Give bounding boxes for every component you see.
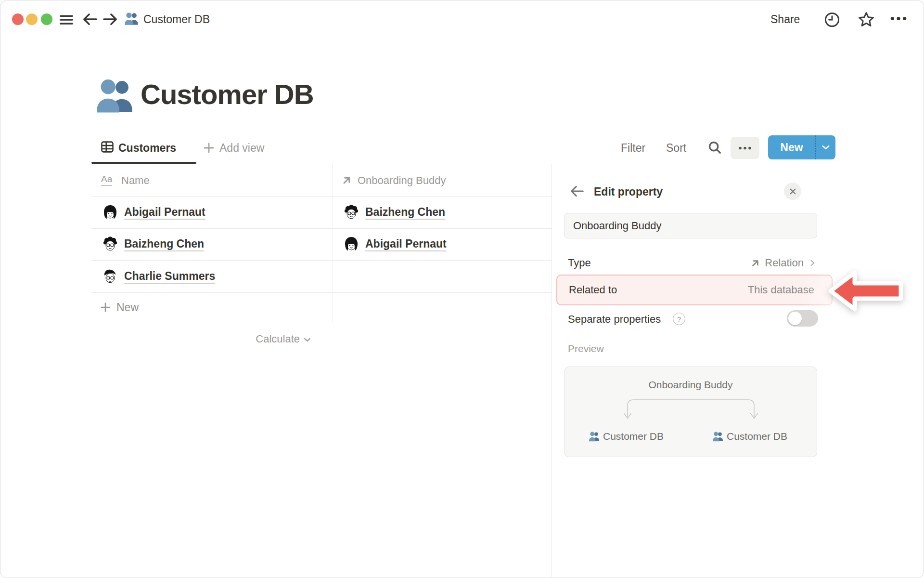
avatar xyxy=(343,204,359,221)
preview-left-database: Customer DB xyxy=(589,430,664,443)
related-to-label: Related to xyxy=(569,283,617,297)
search-icon[interactable] xyxy=(707,140,722,155)
updates-clock-icon[interactable] xyxy=(824,12,840,28)
tab-customers[interactable]: Customers xyxy=(118,140,176,156)
help-icon[interactable]: ? xyxy=(673,313,685,325)
page-icon-people[interactable] xyxy=(95,77,134,114)
table-row[interactable]: Charlie Summers xyxy=(91,261,552,292)
people-icon xyxy=(589,431,600,442)
add-view-plus-icon xyxy=(202,141,216,155)
new-button-label[interactable]: New xyxy=(768,135,815,159)
close-window-button[interactable] xyxy=(12,13,24,25)
name-cell[interactable]: Abigail Pernaut xyxy=(91,197,333,228)
record-link[interactable]: Baizheng Chen xyxy=(365,204,445,220)
people-icon xyxy=(712,431,723,442)
relation-preview: Onboarding Buddy Customer DB Customer DB xyxy=(564,367,817,457)
buddy-cell[interactable]: Abigail Pernaut xyxy=(333,228,552,260)
type-value: Relation xyxy=(765,256,804,270)
plus-icon xyxy=(99,301,112,314)
relation-arrow-icon xyxy=(341,174,353,186)
toggle-knob xyxy=(788,312,802,325)
calculate-label: Calculate xyxy=(256,333,300,345)
record-link[interactable]: Abigail Pernaut xyxy=(365,236,447,251)
name-cell[interactable]: Charlie Summers xyxy=(91,261,333,292)
type-row[interactable]: Type Relation xyxy=(564,252,817,274)
view-options-button[interactable] xyxy=(731,137,759,159)
page-title: Customer DB xyxy=(141,76,314,113)
back-icon[interactable] xyxy=(82,12,98,26)
panel-close-button[interactable] xyxy=(784,183,801,200)
avatar xyxy=(343,236,359,252)
panel-back-icon[interactable] xyxy=(569,184,585,198)
separate-properties-toggle[interactable] xyxy=(787,310,818,327)
new-button-dropdown[interactable] xyxy=(815,135,835,159)
table-row[interactable]: Baizheng Chen Abigail Pernaut xyxy=(91,228,552,260)
forward-icon[interactable] xyxy=(102,12,118,26)
column-header-onboarding-buddy[interactable]: Onboarding Buddy xyxy=(358,173,446,188)
name-cell[interactable]: Baizheng Chen xyxy=(91,228,333,260)
avatar xyxy=(102,268,118,285)
minimize-window-button[interactable] xyxy=(26,13,38,25)
add-view-button[interactable]: Add view xyxy=(219,141,264,155)
filter-button[interactable]: Filter xyxy=(621,141,645,155)
more-options-icon[interactable] xyxy=(889,15,908,22)
record-link[interactable]: Abigail Pernaut xyxy=(124,204,205,220)
preview-section-label: Preview xyxy=(568,342,604,355)
record-link[interactable]: Charlie Summers xyxy=(124,268,215,284)
red-arrow-left-icon xyxy=(828,269,905,313)
related-to-value: This database xyxy=(748,283,814,297)
app-window: Customer DB Share Customer DB Customers … xyxy=(0,0,924,578)
favorite-star-icon[interactable] xyxy=(858,11,875,28)
zoom-window-button[interactable] xyxy=(41,13,52,25)
text-property-aa-icon: Aa xyxy=(101,174,112,186)
record-link[interactable]: Baizheng Chen xyxy=(124,236,204,251)
chevron-down-icon xyxy=(821,142,831,153)
buddy-cell-empty[interactable] xyxy=(333,261,552,292)
table-view-icon xyxy=(100,140,115,154)
relation-bracket-icon xyxy=(565,367,818,458)
share-button[interactable]: Share xyxy=(770,12,800,26)
close-icon xyxy=(789,187,797,196)
panel-title: Edit property xyxy=(594,184,663,199)
breadcrumb-people-icon xyxy=(124,12,139,26)
sidebar-menu-icon[interactable] xyxy=(59,13,74,26)
relation-arrow-icon xyxy=(750,258,761,269)
avatar xyxy=(102,204,118,221)
buddy-cell[interactable]: Baizheng Chen xyxy=(333,197,552,228)
breadcrumb[interactable]: Customer DB xyxy=(143,12,210,27)
add-row-button[interactable]: New xyxy=(91,292,552,322)
preview-right-database-label: Customer DB xyxy=(727,430,787,443)
related-to-row[interactable]: Related to This database xyxy=(556,275,833,305)
preview-right-database: Customer DB xyxy=(712,430,787,443)
active-tab-underline xyxy=(91,162,196,164)
add-row-label: New xyxy=(116,300,139,315)
view-options-dots-icon xyxy=(738,145,752,151)
separate-properties-label: Separate properties xyxy=(568,312,661,327)
sort-button[interactable]: Sort xyxy=(666,141,686,155)
avatar xyxy=(102,236,118,252)
new-record-button[interactable]: New xyxy=(768,135,835,159)
table-row[interactable]: Abigail Pernaut Baizheng Chen xyxy=(91,197,552,228)
help-glyph: ? xyxy=(677,315,681,323)
type-label: Type xyxy=(564,256,591,270)
preview-left-database-label: Customer DB xyxy=(603,430,664,443)
property-name-input[interactable] xyxy=(564,213,817,238)
column-header-name[interactable]: Name xyxy=(121,173,150,188)
chevron-right-icon xyxy=(808,258,817,268)
calculate-dropdown[interactable]: Calculate xyxy=(192,332,312,346)
chevron-down-icon xyxy=(303,335,312,344)
